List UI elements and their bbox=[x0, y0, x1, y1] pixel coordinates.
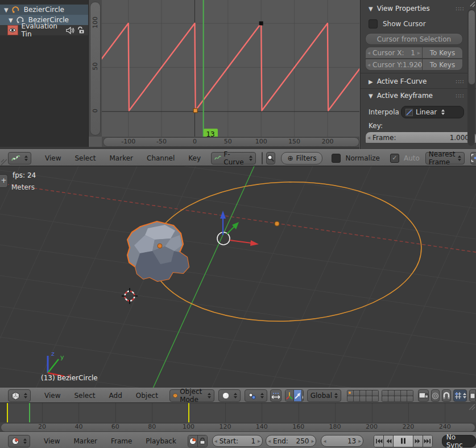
layer-toggle[interactable] bbox=[382, 391, 388, 396]
av-sync-dropdown[interactable]: No Sync bbox=[442, 435, 476, 447]
jump-to-next-keyframe-button[interactable] bbox=[413, 435, 423, 447]
editor-type-dropdown[interactable] bbox=[8, 152, 31, 165]
timeline-ruler[interactable]: 20406080100120140160180200220240 bbox=[0, 422, 476, 432]
menu-frame[interactable]: Frame bbox=[104, 434, 139, 448]
preview-range-clock-icon[interactable] bbox=[188, 435, 198, 447]
translate-manipulator-icon[interactable] bbox=[294, 390, 302, 401]
channel-row-object[interactable]: ▼ BezierCircle bbox=[0, 5, 88, 15]
lock-range-icon[interactable] bbox=[198, 435, 207, 447]
filters-button[interactable]: ⊕ Filters bbox=[281, 152, 322, 165]
graph-canvas[interactable] bbox=[102, 0, 359, 137]
menu-select[interactable]: Select bbox=[67, 389, 102, 402]
mode-dropdown-fcurve[interactable]: F-Curve bbox=[211, 152, 256, 165]
layer-toggle[interactable] bbox=[388, 396, 394, 401]
channel-row-fcurve[interactable]: Evaluation Tin bbox=[0, 25, 88, 35]
menu-key[interactable]: Key bbox=[181, 151, 208, 165]
unlock-icon[interactable] bbox=[77, 26, 85, 34]
resize-grip-icon[interactable] bbox=[1, 159, 7, 166]
lock-to-scene-icon[interactable] bbox=[418, 389, 429, 402]
layer-toggle[interactable] bbox=[388, 391, 394, 396]
expand-triangle-icon[interactable]: ▼ bbox=[4, 7, 9, 13]
turtle-mesh-object[interactable] bbox=[127, 221, 189, 281]
panel-header-active-keyframe[interactable]: ▼ Active Keyframe ∷∷ bbox=[369, 92, 464, 100]
layer-toggle[interactable] bbox=[366, 391, 372, 396]
menu-object[interactable]: Object bbox=[129, 389, 165, 402]
mute-speaker-icon[interactable] bbox=[66, 27, 74, 34]
jump-to-start-button[interactable] bbox=[374, 435, 384, 447]
editor-type-dropdown[interactable] bbox=[8, 435, 30, 447]
layer-toggle[interactable] bbox=[382, 396, 388, 401]
panel-grip-icon[interactable]: ∷∷ bbox=[456, 79, 464, 85]
visibility-eye-icon[interactable] bbox=[7, 25, 18, 35]
resize-grip-icon[interactable] bbox=[469, 404, 475, 410]
layer-toggle[interactable] bbox=[354, 396, 359, 401]
cursor-from-selection-button[interactable]: Cursor from Selection bbox=[365, 33, 463, 45]
cursor-y-field[interactable]: ◂ Cursor Y: 1.920 ▸ bbox=[365, 59, 422, 71]
panel-grip-icon[interactable]: ∷∷ bbox=[456, 6, 464, 12]
layer-toggle[interactable] bbox=[407, 396, 413, 401]
menu-channel[interactable]: Channel bbox=[140, 151, 181, 165]
mode-dropdown[interactable]: Object Mode bbox=[169, 389, 214, 402]
cursor-select-icon[interactable] bbox=[262, 153, 263, 164]
editor-type-dropdown[interactable] bbox=[8, 389, 31, 402]
layer-toggle[interactable] bbox=[407, 391, 413, 396]
viewport-shading-dropdown[interactable] bbox=[218, 389, 241, 402]
interpolation-dropdown[interactable]: Linear bbox=[401, 106, 464, 118]
layer-toggle[interactable] bbox=[347, 396, 353, 401]
layer-toggle[interactable] bbox=[360, 396, 366, 401]
panel-grip-icon[interactable]: ∷∷ bbox=[456, 93, 464, 99]
jump-to-prev-keyframe-button[interactable] bbox=[384, 435, 394, 447]
channel-list[interactable]: ▼ BezierCircle ▼ BezierCircle Evaluation… bbox=[0, 0, 89, 149]
show-cursor-checkbox[interactable] bbox=[369, 19, 378, 28]
layer-toggle[interactable] bbox=[401, 396, 407, 401]
bezier-circle-path[interactable] bbox=[148, 178, 424, 326]
cursor-x-to-keys-button[interactable]: To Keys bbox=[422, 47, 463, 59]
graph-horizontal-scrollbar[interactable]: -100-50050100150200 bbox=[102, 137, 359, 147]
translate-manipulator[interactable] bbox=[217, 211, 259, 246]
timeline-area[interactable]: 20406080100120140160180200220240 View Ma… bbox=[0, 402, 476, 448]
menu-view[interactable]: View bbox=[38, 389, 67, 402]
menu-add[interactable]: Add bbox=[102, 389, 129, 402]
layer-toggle[interactable] bbox=[372, 396, 378, 401]
layer-toggle[interactable] bbox=[354, 391, 359, 396]
layer-toggle[interactable] bbox=[360, 391, 366, 396]
normalize-checkbox[interactable] bbox=[332, 154, 341, 163]
frame-end-field[interactable]: ◂ End: 250 ▸ bbox=[266, 435, 316, 447]
frame-start-field[interactable]: ◂ Start: 1 ▸ bbox=[212, 435, 263, 447]
expand-triangle-icon[interactable]: ▼ bbox=[9, 17, 13, 23]
menu-view[interactable]: View bbox=[38, 151, 68, 165]
rotate-manipulator-icon[interactable] bbox=[302, 390, 304, 401]
panel-header-view-properties[interactable]: ▼ View Properties ∷∷ bbox=[369, 5, 464, 13]
menu-marker[interactable]: Marker bbox=[103, 151, 140, 165]
manipulator-toggle-icon[interactable] bbox=[270, 389, 282, 402]
graph-vertical-scrollbar[interactable]: 100500 bbox=[89, 0, 102, 137]
cursor-3d[interactable] bbox=[122, 288, 138, 304]
panel-header-active-fcurve[interactable]: ▶ Active F-Curve ∷∷ bbox=[369, 77, 464, 85]
auto-checkbox[interactable]: ✓ bbox=[390, 154, 399, 163]
menu-playback[interactable]: Playback bbox=[139, 434, 183, 448]
layer-toggle[interactable] bbox=[401, 391, 407, 396]
copy-to-selected-icon[interactable] bbox=[470, 152, 476, 165]
resize-grip-icon[interactable] bbox=[467, 1, 475, 9]
cursor-y-to-keys-button[interactable]: To Keys bbox=[422, 59, 463, 71]
layer-toggle[interactable] bbox=[372, 391, 378, 396]
zoom-to-region-icon[interactable] bbox=[266, 152, 275, 165]
viewport-3d[interactable]: z y x fps: 24 Meters (13) BezierCircle + bbox=[0, 166, 476, 388]
manipulator-axes-icon[interactable] bbox=[285, 390, 294, 401]
layer-toggle[interactable] bbox=[347, 391, 353, 396]
snap-magnet-icon[interactable] bbox=[442, 389, 451, 402]
snap-element-dropdown[interactable] bbox=[453, 389, 467, 402]
current-frame-field[interactable]: ◂ 13 ▸ bbox=[321, 435, 363, 447]
layer-toggle[interactable] bbox=[395, 391, 400, 396]
keyframe-frame-field[interactable]: ◂ Frame: 1.000 ▸ bbox=[365, 131, 476, 143]
menu-select[interactable]: Select bbox=[68, 151, 102, 165]
menu-marker[interactable]: Marker bbox=[67, 434, 104, 448]
layer-toggle[interactable] bbox=[366, 396, 372, 401]
pivot-point-dropdown[interactable] bbox=[245, 389, 267, 402]
layer-toggle[interactable] bbox=[395, 396, 400, 401]
transform-orientation-dropdown[interactable]: Global bbox=[307, 389, 341, 402]
layers-widget[interactable] bbox=[347, 390, 413, 402]
cursor-x-field[interactable]: ◂ Cursor X: 1 ▸ bbox=[365, 47, 422, 59]
properties-scrollbar[interactable] bbox=[467, 9, 475, 146]
menu-view[interactable]: View bbox=[37, 434, 67, 448]
